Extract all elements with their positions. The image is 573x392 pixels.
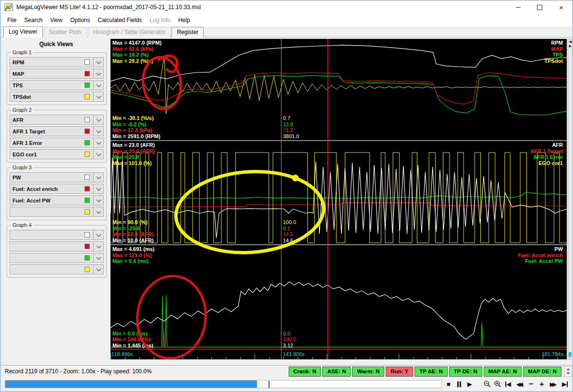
quickview-select-empty[interactable]: [10, 241, 104, 251]
quickview-select-tps[interactable]: TPS: [10, 80, 104, 90]
time-tick: [154, 357, 154, 359]
menu-item-help[interactable]: Help: [174, 17, 194, 24]
playback-progress-bar[interactable]: [5, 380, 442, 388]
quickview-select-afr-1-error[interactable]: AFR 1 Error: [10, 138, 104, 148]
time-tick: [110, 354, 111, 359]
chevron-down-icon[interactable]: [93, 230, 103, 239]
chevron-down-icon[interactable]: [93, 150, 103, 159]
time-tick: [183, 354, 183, 359]
marker-cursor-line[interactable]: [328, 39, 328, 359]
quickview-select-afr[interactable]: AFR: [10, 115, 104, 125]
menu-item-view[interactable]: View: [46, 17, 66, 24]
graph-panel-3[interactable]: Max = 4.691 (ms)Max = 121.0 (%)Max = 0.4…: [110, 244, 567, 349]
chevron-down-icon[interactable]: [93, 127, 103, 136]
menu-bar: FileSearchViewOptionsCalculated FieldsLo…: [1, 14, 572, 26]
zoom-in-button[interactable]: [492, 379, 503, 390]
quickview-select-map[interactable]: MAP: [10, 69, 104, 79]
quickview-select-fuel-accel-enrich[interactable]: Fuel: Accel enrich: [10, 184, 104, 194]
skip-to-end-button[interactable]: ▶: [560, 379, 570, 390]
group-legend: Graph 3: [11, 165, 33, 170]
graph-panel-2[interactable]: Max = 23.0 (AFR)Max = 23.0 (AFR)Max = 20…: [110, 140, 567, 244]
play-button[interactable]: ▶: [464, 379, 475, 390]
quickview-select-ego-cor1[interactable]: EGO cor1: [10, 149, 104, 159]
quickview-select-rpm[interactable]: RPM: [10, 57, 104, 67]
quickview-select-tpsdot[interactable]: TPSdot: [10, 92, 104, 102]
rewind-button[interactable]: ◀◀: [513, 379, 526, 390]
quickview-select-pw[interactable]: PW: [10, 172, 104, 182]
quickview-select-empty[interactable]: [10, 253, 104, 263]
step-back-button[interactable]: −: [526, 379, 536, 390]
time-tick: [399, 354, 399, 359]
quickview-select-fuel-accel-pw[interactable]: Fuel: Accel PW: [10, 195, 104, 205]
chevron-down-icon[interactable]: [93, 173, 103, 182]
series-color-swatch: [85, 198, 90, 203]
spinner-up-icon[interactable]: [566, 368, 570, 370]
engine-status-indicators: Crank: NASE: NWarm: NRun: YTP AE: NTP DE…: [287, 367, 561, 377]
menu-item-calculated-fields[interactable]: Calculated Fields: [94, 17, 146, 24]
time-end-label: 181.784s.: [542, 351, 565, 357]
chevron-down-icon[interactable]: [93, 58, 103, 67]
chevron-down-icon[interactable]: [93, 242, 103, 251]
tab-register[interactable]: Register: [171, 27, 204, 37]
chevron-down-icon[interactable]: [93, 207, 103, 216]
series-color-swatch: [85, 94, 90, 99]
quickview-select-afr-1-target[interactable]: AFR 1 Target: [10, 126, 104, 136]
quickview-label: EGO cor1: [10, 152, 85, 157]
time-tick: [514, 357, 514, 359]
quickview-label: Fuel: Accel PW: [10, 198, 85, 203]
quickview-select-empty[interactable]: [10, 264, 104, 274]
time-tick: [370, 357, 370, 359]
minimize-button[interactable]: [507, 0, 529, 14]
quickview-select-empty[interactable]: [10, 230, 104, 240]
menu-item-search[interactable]: Search: [20, 17, 46, 24]
chevron-down-icon[interactable]: [93, 81, 103, 90]
graph-panel-1[interactable]: Max = 4147.0 (RPM)Max = 92.6 (kPa)Max = …: [110, 39, 567, 140]
trace-tpsdot: [110, 56, 567, 113]
chevron-down-icon[interactable]: [93, 92, 103, 101]
playback-cursor-line[interactable]: [281, 39, 281, 359]
time-tick: [413, 357, 414, 359]
tab-log-viewer[interactable]: Log Viewer: [3, 26, 43, 37]
quickview-label: Fuel: Accel enrich: [10, 186, 85, 192]
series-color-swatch: [85, 140, 90, 145]
tab-bar: Log ViewerScatter PlotsHistogram / Table…: [1, 26, 572, 37]
stop-button[interactable]: ■: [443, 379, 454, 390]
trace-fuel-accel-pw: [110, 295, 567, 347]
menu-item-file[interactable]: File: [3, 17, 20, 24]
record-status-text: Record 2119 of 3710 - Zoom: 1.00x - Play…: [5, 368, 287, 375]
fast-forward-button[interactable]: ▶▶: [547, 379, 560, 390]
skip-to-start-button[interactable]: ◀: [503, 379, 513, 390]
zoom-out-button[interactable]: [482, 379, 492, 390]
max-labels: Max = 4147.0 (RPM)Max = 92.6 (kPa)Max = …: [112, 40, 161, 64]
quickview-label: PW: [10, 175, 85, 180]
maximize-button[interactable]: [529, 0, 550, 14]
time-tick: [283, 357, 284, 359]
chevron-down-icon[interactable]: [93, 265, 103, 274]
menu-item-options[interactable]: Options: [66, 17, 94, 24]
chevron-down-icon[interactable]: [93, 196, 103, 205]
maximize-icon: [537, 5, 542, 10]
spinner-down-icon[interactable]: [566, 372, 570, 375]
tab-scatter-plots: Scatter Plots: [44, 27, 87, 37]
window-title: MegaLogViewer MS Lite! 4.1.12 - poormxda…: [16, 4, 507, 11]
chevron-down-icon[interactable]: [93, 115, 103, 124]
scroll-left-icon[interactable]: ◀: [568, 39, 573, 44]
chevron-down-icon[interactable]: [93, 253, 103, 262]
indicator-tp-de: TP DE: N: [449, 367, 482, 377]
graph-region[interactable]: Max = 4147.0 (RPM)Max = 92.6 (kPa)Max = …: [110, 39, 567, 359]
graph-scrollbar[interactable]: ◀ ▶: [568, 39, 573, 359]
chevron-down-icon[interactable]: [93, 184, 103, 193]
quickview-select-empty[interactable]: [10, 207, 104, 217]
trace-map: [110, 72, 567, 104]
scroll-right-icon[interactable]: ▶: [568, 44, 573, 48]
indicator-map-ae: MAP AE: N: [484, 367, 522, 377]
trace-afr-1-target: [110, 202, 567, 207]
time-tick: [125, 357, 125, 359]
step-forward-button[interactable]: +: [536, 379, 547, 390]
pause-button[interactable]: [454, 379, 464, 390]
indicator-crank: Crank: N: [289, 367, 321, 377]
close-button[interactable]: ×: [550, 0, 572, 14]
chevron-down-icon[interactable]: [93, 69, 103, 78]
indicator-spinner[interactable]: [564, 366, 572, 377]
chevron-down-icon[interactable]: [93, 138, 103, 147]
